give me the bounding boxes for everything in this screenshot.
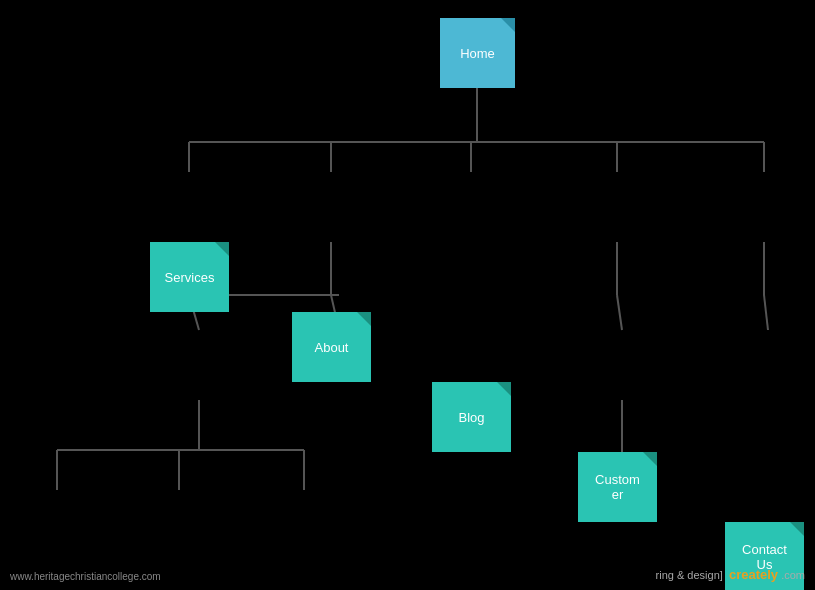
about-label: About <box>315 340 349 355</box>
watermark-left: www.heritagechristiancollege.com <box>10 571 161 582</box>
customer-label: Customer <box>595 472 640 502</box>
svg-line-18 <box>617 295 622 330</box>
home-node[interactable]: Home <box>440 18 515 88</box>
customer-node[interactable]: Customer <box>578 452 657 522</box>
blog-label: Blog <box>458 410 484 425</box>
about-node[interactable]: About <box>292 312 371 382</box>
home-label: Home <box>460 46 495 61</box>
creately-brand: creately <box>729 567 778 582</box>
creately-text: ring & design] <box>656 569 726 581</box>
blog-node[interactable]: Blog <box>432 382 511 452</box>
svg-line-20 <box>764 295 768 330</box>
watermark-right: ring & design] creately .com <box>656 567 805 582</box>
creately-suffix: .com <box>781 569 805 581</box>
services-label: Services <box>165 270 215 285</box>
services-node[interactable]: Services <box>150 242 229 312</box>
